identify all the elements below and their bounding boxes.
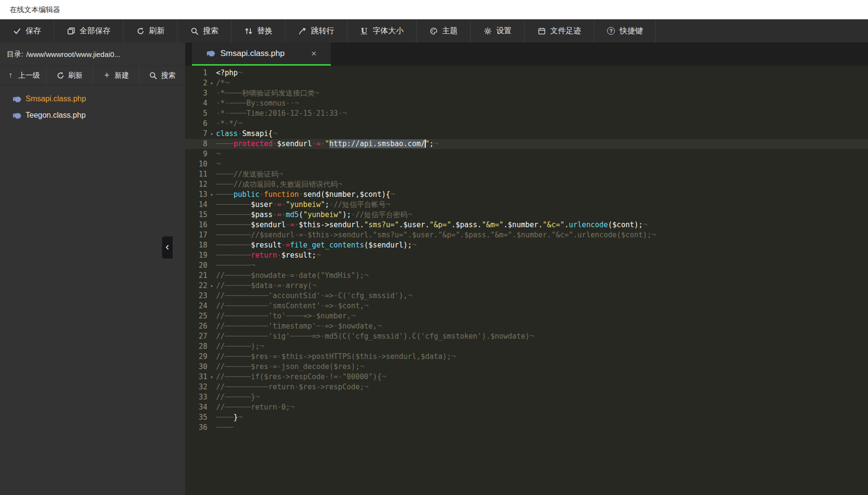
sidebar-collapse-button[interactable]: ‹ — [162, 236, 173, 259]
tab-smsapi[interactable]: Smsapi.class.php× — [192, 42, 331, 66]
help-icon: ? — [607, 27, 615, 35]
file-item[interactable]: Smsapi.class.php — [0, 91, 185, 107]
line-number: 8 — [185, 139, 207, 149]
code-line[interactable]: 34//──────return·0;¬ — [185, 402, 868, 412]
code-line[interactable]: 18────────$result·=file_get_contents($se… — [185, 240, 868, 250]
code-line[interactable]: 1<?php¬ — [185, 68, 868, 78]
toolbar-button-theme[interactable]: 主题 — [417, 19, 471, 42]
toolbar-button-file-history[interactable]: 文件足迹 — [525, 19, 594, 42]
code-line[interactable]: 8────protected·$sendurl·=·"http://api.sm… — [185, 139, 868, 149]
code-line[interactable]: 25//──────────'to'────=>·$number,¬ — [185, 311, 868, 321]
code-line[interactable]: 6·*·*/¬ — [185, 119, 868, 129]
line-number: 18 — [185, 240, 207, 250]
code-line[interactable]: 24//──────────'smsContent'·=>·$cont,¬ — [185, 301, 868, 311]
toolbar-button-save-all[interactable]: 全部保存 — [54, 19, 123, 42]
plus-icon: + — [103, 71, 111, 80]
line-number: 34 — [185, 402, 207, 412]
code-line[interactable]: 33//──────}¬ — [185, 392, 868, 402]
sidebar-action-search[interactable]: 搜索 — [139, 66, 185, 84]
code-line-content: //──────$res·=·json_decode($res);¬ — [216, 362, 364, 372]
font-size-icon: U — [360, 27, 368, 35]
code-line[interactable]: 3·*────秒嘀验证码发送接口类¬ — [185, 88, 868, 98]
line-number: 21 — [185, 271, 207, 281]
file-item[interactable]: Teegon.class.php — [0, 107, 185, 124]
code-line[interactable]: 36──── — [185, 423, 868, 433]
toolbar-button-refresh[interactable]: 刷新 — [123, 19, 177, 42]
line-number: 28 — [185, 342, 207, 352]
code-line-content: ──── — [216, 423, 233, 433]
fold-toggle[interactable]: ▾ — [207, 190, 216, 200]
code-line[interactable]: 4·*·────By:somnus··¬ — [185, 98, 868, 109]
tab-bar: Smsapi.class.php× — [185, 42, 868, 66]
code-line[interactable]: 10¬ — [185, 159, 868, 169]
replace-icon — [244, 27, 253, 35]
file-list: Smsapi.class.phpTeegon.class.php — [0, 85, 185, 495]
fold-gutter — [207, 220, 216, 230]
code-line[interactable]: 32//──────────return·$res->respCode;¬ — [185, 382, 868, 392]
code-editor[interactable]: 1<?php¬2▾/*¬3·*────秒嘀验证码发送接口类¬4·*·────By… — [185, 66, 868, 495]
fold-toggle[interactable]: ▾ — [207, 372, 216, 382]
code-line-content: ────────$result·=file_get_contents($send… — [216, 240, 416, 250]
code-line[interactable]: 23//──────────'accountSid'·=>·C('cfg_sms… — [185, 291, 868, 301]
fold-gutter — [207, 392, 216, 402]
toolbar-button-save[interactable]: 保存 — [0, 19, 54, 42]
toolbar-button-font-size[interactable]: U字体大小 — [347, 19, 417, 42]
sidebar-action-up-level[interactable]: ↑上一级 — [0, 66, 46, 84]
code-line[interactable]: 22▾//──────$data·=·array(¬ — [185, 281, 868, 291]
code-line[interactable]: 27//──────────'sig'─────=>·md5(C('cfg_sm… — [185, 331, 868, 342]
line-number: 10 — [185, 159, 207, 169]
fold-toggle[interactable]: ▾ — [207, 281, 216, 291]
code-line[interactable]: 11────//发送验证码¬ — [185, 169, 868, 179]
code-line-content: //──────────'to'────=>·$number,¬ — [216, 311, 355, 321]
main-toolbar: 保存全部保存刷新搜索替换跳转行U字体大小主题设置文件足迹?快捷键 — [0, 19, 868, 42]
toolbar-button-replace[interactable]: 替换 — [231, 19, 285, 42]
toolbar-button-goto-line[interactable]: 跳转行 — [285, 19, 347, 42]
directory-label: 目录: — [7, 50, 23, 59]
fold-gutter — [207, 200, 216, 210]
sidebar-action-label: 新建 — [115, 71, 129, 80]
code-line[interactable]: 13▾────public·function·send($number,$con… — [185, 190, 868, 200]
code-line[interactable]: 9¬ — [185, 149, 868, 159]
close-icon[interactable]: × — [311, 49, 316, 58]
fold-gutter — [207, 342, 216, 352]
app-titlebar: 在线文本编辑器 — [0, 0, 868, 19]
sidebar-action-refresh[interactable]: 刷新 — [46, 66, 93, 84]
code-line[interactable]: 35────}¬ — [185, 412, 868, 423]
file-sidebar: 目录: /www/wwwroot/www.jiedai0... ↑上一级刷新+新… — [0, 42, 185, 495]
fold-gutter — [207, 362, 216, 372]
line-number: 3 — [185, 88, 207, 98]
sidebar-action-new-file[interactable]: +新建 — [93, 66, 139, 84]
code-line[interactable]: 30//──────$res·=·json_decode($res);¬ — [185, 362, 868, 372]
fold-gutter — [207, 119, 216, 129]
code-line[interactable]: 12────//成功返回0,失败返回错误代码¬ — [185, 179, 868, 190]
code-line[interactable]: 14────────$user·=·"yunbeiw";·//短信平台帐号¬ — [185, 200, 868, 210]
code-line[interactable]: 26//──────────'timestamp'─·=>·$nowdate,¬ — [185, 321, 868, 331]
code-line[interactable]: 7▾class·Smsapi{¬ — [185, 129, 868, 139]
code-line-content: ────//发送验证码¬ — [216, 169, 283, 179]
code-line[interactable]: 19────────return·$result;¬ — [185, 250, 868, 261]
fold-gutter — [207, 352, 216, 362]
code-line[interactable]: 2▾/*¬ — [185, 78, 868, 88]
code-line[interactable]: 21//──────$nowdate·=·date("YmdHis");¬ — [185, 271, 868, 281]
code-line[interactable]: 15────────$pass·=·md5("yunbeiw");·//短信平台… — [185, 210, 868, 220]
code-line[interactable]: 28//──────);¬ — [185, 342, 868, 352]
code-line[interactable]: 5·*·────Time:2016-12-15·21:33·¬ — [185, 109, 868, 119]
code-line[interactable]: 20────────¬ — [185, 261, 868, 271]
toolbar-button-search[interactable]: 搜索 — [177, 19, 231, 42]
theme-icon — [429, 27, 438, 35]
code-line[interactable]: 17────────//$sendurl·=·$this->sendurl."s… — [185, 230, 868, 240]
code-line[interactable]: 31▾//──────if($res->respCode·!=·"00000")… — [185, 372, 868, 382]
code-line-content: <?php¬ — [216, 68, 242, 78]
fold-gutter — [207, 240, 216, 250]
fold-toggle[interactable]: ▾ — [207, 78, 216, 88]
code-line-content: ────protected·$sendurl·=·"http://api.sms… — [216, 139, 438, 149]
fold-gutter — [207, 291, 216, 301]
toolbar-button-shortcuts[interactable]: ?快捷键 — [594, 19, 656, 42]
toolbar-button-settings[interactable]: 设置 — [471, 19, 525, 42]
code-line[interactable]: 29//──────$res·=·$this->postHTTPS($this-… — [185, 352, 868, 362]
fold-toggle[interactable]: ▾ — [207, 129, 216, 139]
code-line-content: ────//成功返回0,失败返回错误代码¬ — [216, 179, 342, 190]
line-number: 13 — [185, 190, 207, 200]
file-history-icon — [537, 27, 546, 35]
code-line[interactable]: 16────────$sendurl·=·$this->sendurl."sms… — [185, 220, 868, 230]
